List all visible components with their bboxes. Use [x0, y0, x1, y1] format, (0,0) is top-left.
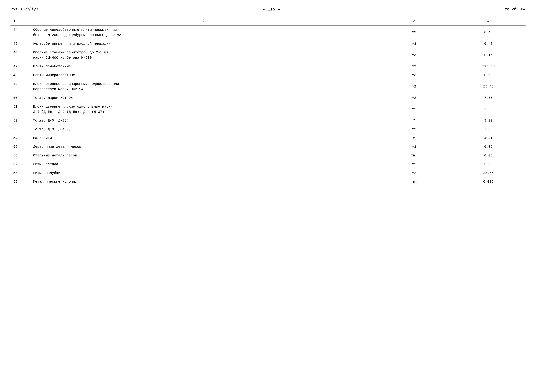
header-left: 901·3·PP(iy) — [10, 7, 38, 12]
row-number: 44 — [10, 25, 30, 39]
table-row: 52То же, Д-5 (Д-38)"3,29 — [10, 116, 526, 125]
row-description: Плиты пенобетонные — [30, 62, 377, 71]
row-number: 55 — [10, 142, 30, 151]
row-value: 0,I6 — [451, 48, 526, 62]
row-unit: м2 — [377, 80, 451, 93]
row-unit: м3 — [377, 25, 451, 39]
row-value: I23,65 — [451, 62, 526, 71]
row-number: 58 — [10, 169, 30, 177]
row-description: Плиты минераловатные — [30, 71, 377, 80]
row-unit: м2 — [377, 169, 451, 177]
row-unit: тн. — [377, 151, 451, 160]
row-unit: м3 — [377, 39, 451, 48]
row-description: Блоки дверные глухие однопольные маркиД-… — [30, 102, 377, 116]
table-row: 49Блоки оконные со спаренными одностворн… — [10, 80, 526, 93]
row-unit: м3 — [377, 142, 451, 151]
row-description: Сборные железобетонные плиты покрытия из… — [30, 25, 377, 39]
row-description: Опорные стаканы периметром до 2-х шт.мар… — [30, 48, 377, 62]
row-unit: м2 — [377, 93, 451, 102]
table-row: 54Наличниким40,I — [10, 134, 526, 142]
row-value: 0,45 — [451, 25, 526, 39]
table-row: 46Опорные стаканы периметром до 2-х шт.м… — [10, 48, 526, 62]
row-description: Металлические колонны — [30, 177, 377, 186]
table-row: 47Плиты пенобетонныем2I23,65 — [10, 62, 526, 71]
row-number: 56 — [10, 151, 30, 160]
row-value: I2,36 — [451, 102, 526, 116]
row-value: 3,29 — [451, 116, 526, 125]
table-row: 51Блоки дверные глухие однопольные марки… — [10, 102, 526, 116]
row-unit: м2 — [377, 160, 451, 169]
row-description: Щиты опалубки — [30, 169, 377, 177]
row-value: 0,036 — [451, 177, 526, 186]
header-center: - II5 - — [263, 7, 280, 12]
col-header-1: 1 — [10, 17, 30, 25]
row-unit: " — [377, 116, 451, 125]
row-number: 59 — [10, 177, 30, 186]
row-description: Наличники — [30, 134, 377, 142]
row-value: 23,55 — [451, 169, 526, 177]
row-number: 50 — [10, 93, 30, 102]
row-description: Стальные детали лесов — [30, 151, 377, 160]
row-number: 57 — [10, 160, 30, 169]
row-unit: м2 — [377, 125, 451, 134]
row-number: 51 — [10, 102, 30, 116]
header-right: сф·2б9·D4 — [505, 7, 526, 12]
table-row: 55Деревянные детали лесовм30,06 — [10, 142, 526, 151]
col-header-2: 2 — [30, 17, 377, 25]
row-number: 52 — [10, 116, 30, 125]
row-number: 47 — [10, 62, 30, 71]
row-description: Блоки оконные со спаренными одностворным… — [30, 80, 377, 93]
table-row: 59Металлические колоннытн.0,036 — [10, 177, 526, 186]
row-unit: м3 — [377, 71, 451, 80]
page-header: 901·3·PP(iy) - II5 - сф·2б9·D4 — [10, 7, 526, 12]
col-header-4: 4 — [451, 17, 526, 25]
row-value: 5,06 — [451, 160, 526, 169]
row-value: 40,I — [451, 134, 526, 142]
table-row: 53То же, Д-3 (ДС4-9)м2I,86 — [10, 125, 526, 134]
table-row: 56Стальные детали лесовтн.0,03 — [10, 151, 526, 160]
table-row: 58Щиты опалубким223,55 — [10, 169, 526, 177]
row-value: I,86 — [451, 125, 526, 134]
row-value: 7,30 — [451, 93, 526, 102]
row-unit: м — [377, 134, 451, 142]
row-value: 0,58 — [451, 71, 526, 80]
row-number: 45 — [10, 39, 30, 48]
table-row: 57Щиты настилам25,06 — [10, 160, 526, 169]
row-number: 48 — [10, 71, 30, 80]
table-row: 48Плиты минераловатныем30,58 — [10, 71, 526, 80]
row-unit: м2 — [377, 102, 451, 116]
table-row: 45Железобетонные плиты входной площадким… — [10, 39, 526, 48]
table-row: 50То же, марки НСI-94м27,30 — [10, 93, 526, 102]
row-description: Деревянные детали лесов — [30, 142, 377, 151]
row-value: 0,03 — [451, 151, 526, 160]
row-unit: тн. — [377, 177, 451, 186]
row-number: 49 — [10, 80, 30, 93]
col-header-3: 3 — [377, 17, 451, 25]
row-value: 0,06 — [451, 142, 526, 151]
row-unit: м3 — [377, 48, 451, 62]
table-header-row: 1 2 3 4 — [10, 17, 526, 25]
main-table: 1 2 3 4 44Сборные железобетонные плиты п… — [10, 17, 526, 186]
row-unit: м2 — [377, 62, 451, 71]
row-description: То же, марки НСI-94 — [30, 93, 377, 102]
row-number: 54 — [10, 134, 30, 142]
row-number: 46 — [10, 48, 30, 62]
row-description: То же, Д-5 (Д-38) — [30, 116, 377, 125]
row-description: То же, Д-3 (ДС4-9) — [30, 125, 377, 134]
row-value: 0,48 — [451, 39, 526, 48]
table-row: 44Сборные железобетонные плиты покрытия … — [10, 25, 526, 39]
row-description: Щиты настила — [30, 160, 377, 169]
row-number: 53 — [10, 125, 30, 134]
row-description: Железобетонные плиты входной площадки — [30, 39, 377, 48]
row-value: I5,48 — [451, 80, 526, 93]
